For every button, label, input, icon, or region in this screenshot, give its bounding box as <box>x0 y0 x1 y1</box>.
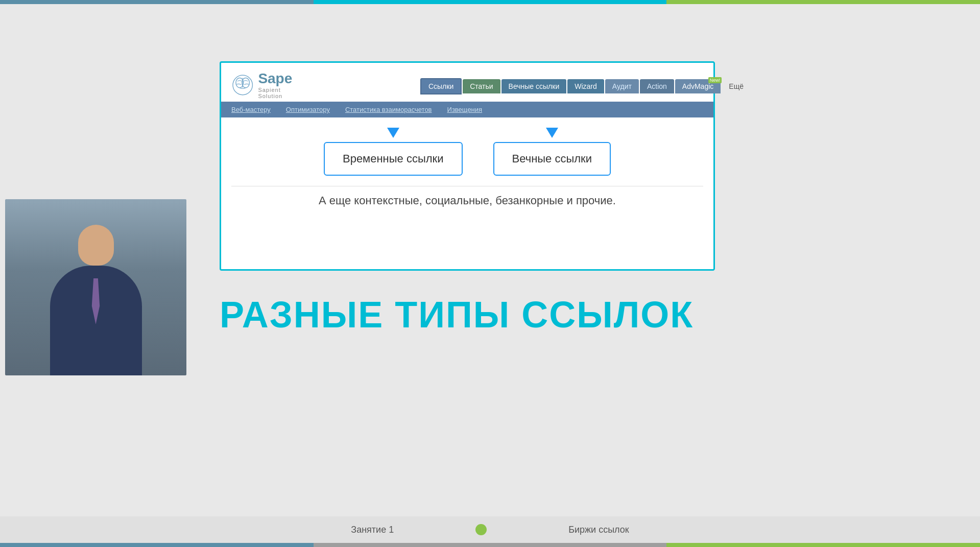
nav-item-wizard[interactable]: Wizard <box>567 79 604 93</box>
temp-links-box: Временные ссылки <box>324 142 463 176</box>
speaker-head <box>78 225 114 266</box>
sub-nav-statistics[interactable]: Статистика взаиморасчетов <box>345 106 432 113</box>
arrow-down-right <box>546 128 558 138</box>
top-color-bar <box>0 0 980 4</box>
bottom-color-bar <box>0 543 980 547</box>
top-bar-cyan <box>314 0 666 4</box>
bottom-bar-blue <box>0 543 314 547</box>
sub-nav-optimizer[interactable]: Оптимизатору <box>286 106 330 113</box>
bottom-exchange: Биржи ссылок <box>568 525 629 535</box>
top-bar-green <box>666 0 980 4</box>
nav-item-eshe[interactable]: Ещё <box>722 79 751 93</box>
bottom-bar-gray <box>314 543 666 547</box>
nav-item-stati[interactable]: Статьи <box>463 79 500 93</box>
boxes-area: Временные ссылки Вечные ссылки <box>221 117 713 183</box>
nav-item-vechnye[interactable]: Вечные ссылки <box>501 79 567 93</box>
nav-item-audit[interactable]: Аудит <box>605 79 639 93</box>
sape-logo: Sape Sapient Solution <box>231 70 298 99</box>
perm-links-group: Вечные ссылки <box>493 128 611 176</box>
sub-nav-webmaster[interactable]: Веб-мастеру <box>231 106 271 113</box>
top-bar-blue <box>0 0 314 4</box>
brain-icon <box>231 71 254 99</box>
sape-subtitle: Sapient Solution <box>258 87 298 99</box>
sape-title: Sape <box>258 70 298 87</box>
bottom-bar-green <box>666 543 980 547</box>
bottom-lesson: Занятие 1 <box>351 525 394 535</box>
nav-item-ssylki[interactable]: Ссылки <box>420 78 462 94</box>
sub-nav: Веб-мастеру Оптимизатору Статистика взаи… <box>221 102 713 117</box>
sub-nav-notifications[interactable]: Извещения <box>447 106 483 113</box>
main-title: РАЗНЫЕ ТИПЫ ССЫЛОК <box>220 294 694 336</box>
bottom-info-bar: Занятие 1 Биржи ссылок <box>0 516 980 543</box>
nav-item-advmagic[interactable]: AdvMagic New! <box>675 79 721 93</box>
arrow-down-left <box>387 128 399 138</box>
perm-links-box: Вечные ссылки <box>493 142 611 176</box>
temp-links-group: Временные ссылки <box>324 128 463 176</box>
slide-footer: А еще контекстные, социальные, безанкорн… <box>221 186 713 215</box>
new-badge: New! <box>708 77 722 83</box>
bottom-progress-dot <box>475 524 487 535</box>
nav-bar: Ссылки Статьи Вечные ссылки Wizard Аудит… <box>318 78 761 94</box>
main-slide: Sape Sapient Solution Ссылки Статьи Вечн… <box>220 61 715 271</box>
speaker-figure <box>5 199 186 375</box>
speaker-video <box>5 199 186 375</box>
nav-item-action[interactable]: Action <box>640 79 674 93</box>
sape-text: Sape Sapient Solution <box>258 70 298 99</box>
sape-header: Sape Sapient Solution Ссылки Статьи Вечн… <box>221 63 713 102</box>
